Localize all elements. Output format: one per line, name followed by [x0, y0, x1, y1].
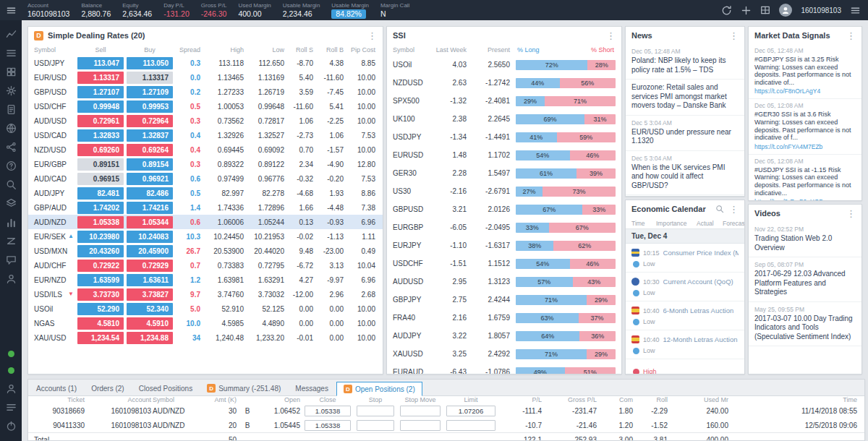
markets-icon[interactable]: [0, 25, 22, 43]
watchlist-icon[interactable]: [0, 43, 22, 62]
feed-item[interactable]: Sep 05, 08:07 PM2017-06-29 12.03 Advance…: [749, 257, 861, 302]
buy-price-cell[interactable]: 0.72929: [127, 260, 173, 272]
buy-price-cell[interactable]: 52.340: [127, 303, 173, 315]
tab-orders-2[interactable]: Orders (2): [85, 381, 131, 395]
help-icon[interactable]: [0, 156, 22, 175]
buy-price-cell[interactable]: 10.24083: [127, 231, 173, 243]
sell-price-cell[interactable]: 52.290: [77, 303, 124, 315]
list-icon[interactable]: [0, 398, 22, 416]
tab-open-positions-2[interactable]: DOpen Positions (2): [336, 382, 422, 396]
feed-item[interactable]: Dec 05, 12:48 AMPoland: NBP likely to ke…: [626, 44, 744, 80]
user-icon[interactable]: [0, 379, 22, 398]
ssi-row[interactable]: AUDJPY3.221.805764%36%: [387, 327, 621, 345]
ssi-row[interactable]: GER302.281.549761%39%: [387, 164, 621, 182]
rates-row[interactable]: EUR/NZD1.635991.636111.21.639811.632914.…: [28, 273, 383, 287]
rates-row[interactable]: USD/CAD1.328331.328370.41.329261.32527-2…: [28, 128, 383, 142]
ssi-row[interactable]: EURJPY-1.10-1.631738%62%: [387, 236, 621, 254]
refresh-icon[interactable]: [721, 5, 732, 16]
sell-price-cell[interactable]: 0.99948: [77, 100, 124, 113]
sell-price-cell[interactable]: 0.96915: [77, 173, 124, 185]
dashboard-icon[interactable]: [0, 62, 22, 81]
sell-price-cell[interactable]: 20.43260: [77, 245, 124, 257]
kebab-menu-icon[interactable]: ⋮: [606, 31, 616, 40]
ssi-row[interactable]: USOil4.032.565072%28%: [387, 56, 621, 74]
sell-price-cell[interactable]: 0.72961: [77, 115, 124, 127]
item-link[interactable]: https://t.co/9rEmB0eYQB: [754, 198, 856, 200]
buy-price-cell[interactable]: 3.73827: [127, 288, 173, 301]
kebab-menu-icon[interactable]: ⋮: [367, 31, 377, 40]
ssi-row[interactable]: USDJPY-1.34-1.449141%59%: [387, 128, 621, 146]
rates-row[interactable]: EUR/SEK▲10.2398010.2408310.310.2445010.2…: [28, 229, 383, 244]
buy-price-cell[interactable]: 1.13317: [127, 72, 173, 84]
feed-item[interactable]: Dec 5 3:04 AMWhen is the UK services PMI…: [626, 151, 744, 196]
sell-price-cell[interactable]: 1.13317: [77, 72, 124, 84]
buy-price-cell[interactable]: 1.74216: [127, 202, 173, 214]
signals-icon[interactable]: [0, 137, 22, 156]
buy-price-cell[interactable]: 1,234.88: [127, 332, 173, 344]
charts-icon[interactable]: [0, 213, 22, 231]
sell-price-cell[interactable]: 1.05338: [77, 216, 124, 228]
sell-price-cell[interactable]: 0.69260: [77, 144, 124, 156]
ssi-row[interactable]: UK1002.382.264569%31%: [387, 110, 621, 128]
ssi-row[interactable]: EURGBP-6.05-2.049533%67%: [387, 218, 621, 236]
overflow-menu-icon[interactable]: [850, 5, 861, 16]
feed-item[interactable]: Dec 05, 12:48 AM#GBPJPY SSI is at 3.25 R…: [749, 44, 861, 99]
item-link[interactable]: https://t.co/F8nOrLAgY4: [754, 87, 856, 95]
sell-price-cell[interactable]: 3.73730: [77, 288, 124, 301]
close-input[interactable]: [305, 420, 351, 431]
calendar-item[interactable]: 10:406-Month Letras AuctionLow: [626, 301, 744, 330]
sell-price-cell[interactable]: 4.5810: [77, 317, 124, 330]
ssi-row[interactable]: GBPUSD3.212.012667%33%: [387, 200, 621, 218]
sell-price-cell[interactable]: 113.047: [77, 57, 124, 69]
ssi-row[interactable]: EURAUD-6.43-1.078649%51%: [387, 363, 621, 374]
calendar-item[interactable]: 10:4012-Month Letras AuctionLow: [626, 330, 744, 359]
buy-price-cell[interactable]: 0.89154: [127, 158, 173, 171]
power-icon[interactable]: [0, 416, 22, 435]
stop-move-input[interactable]: [400, 420, 441, 431]
ssi-row[interactable]: EURUSD1.481.170254%46%: [387, 146, 621, 164]
ssi-row[interactable]: AUDUSD2.951.312357%43%: [387, 273, 621, 291]
rates-row[interactable]: GBP/AUD1.742021.742161.41.743361.728961.…: [28, 200, 383, 215]
calendar-item[interactable]: 10:15Consumer Price Index (MoM)Low: [626, 244, 744, 273]
buy-price-cell[interactable]: 82.486: [127, 187, 173, 200]
sell-price-cell[interactable]: 1,234.54: [77, 332, 124, 344]
layers-icon[interactable]: [0, 194, 22, 213]
buy-price-cell[interactable]: 1.05344: [127, 216, 173, 228]
sell-price-cell[interactable]: 10.23980: [77, 231, 124, 243]
feed-item[interactable]: Dec 5 3:04 AMEUR/USD under pressure near…: [626, 116, 744, 151]
rates-row[interactable]: USD/MXN20.4326020.4590026.720.5390020.44…: [28, 244, 383, 258]
rates-row[interactable]: XAU/USD1,234.541,234.88341,240.481,233.2…: [28, 330, 383, 345]
ssi-row[interactable]: US30-2.16-2.679127%73%: [387, 182, 621, 200]
calendar-item[interactable]: 10:30Current Account (QoQ)Low: [626, 273, 744, 301]
sell-price-cell[interactable]: 1.74202: [77, 202, 124, 214]
limit-input[interactable]: [446, 420, 495, 431]
chat-icon[interactable]: [0, 250, 22, 269]
rates-row[interactable]: AUD/JPY82.48182.4860.582.99782.278-4.681…: [28, 186, 383, 200]
close-input[interactable]: [305, 406, 351, 416]
layout-icon[interactable]: [760, 5, 770, 15]
rates-row[interactable]: AUD/CHF0.729220.729290.70.733830.72795-6…: [28, 258, 383, 273]
rates-row[interactable]: NZD/USD0.692600.692640.40.694450.690920.…: [28, 142, 383, 157]
buy-price-cell[interactable]: 20.45900: [127, 245, 173, 257]
avatar[interactable]: [779, 4, 792, 17]
calendar-item[interactable]: High: [626, 359, 744, 374]
buy-price-cell[interactable]: 1.32837: [127, 129, 173, 142]
feed-item[interactable]: May 25, 09:55 PM2017-03-07 10.00 Day Tra…: [749, 302, 861, 347]
sell-price-cell[interactable]: 0.89151: [77, 158, 124, 171]
automation-icon[interactable]: [0, 231, 22, 250]
sell-price-cell[interactable]: 1.63599: [77, 274, 124, 286]
stop-input[interactable]: [357, 406, 394, 416]
rates-row[interactable]: USOil52.29052.3405.052.91052.1250.000.00…: [28, 301, 383, 316]
tab-messages[interactable]: Messages: [289, 381, 335, 395]
ssi-row[interactable]: USDCHF-1.511.151254%46%: [387, 254, 621, 273]
ssi-row[interactable]: FRA402.161.675963%37%: [387, 309, 621, 327]
kebab-menu-icon[interactable]: ⋮: [729, 205, 739, 214]
buy-price-cell[interactable]: 1.63611: [127, 274, 173, 286]
rates-row[interactable]: AUD/USD0.729610.729640.30.735620.728171.…: [28, 114, 383, 128]
app-menu-icon[interactable]: [0, 5, 22, 16]
buy-price-cell[interactable]: 0.99953: [127, 100, 173, 113]
rates-row[interactable]: USD/JPY113.047113.0500.3113.118112.650-8…: [28, 56, 383, 70]
buy-price-cell[interactable]: 0.72964: [127, 115, 173, 127]
kebab-menu-icon[interactable]: ⋮: [846, 31, 856, 40]
position-row[interactable]: 904113301601098103AUD/NZD20B1.05445-10.7…: [28, 418, 864, 432]
